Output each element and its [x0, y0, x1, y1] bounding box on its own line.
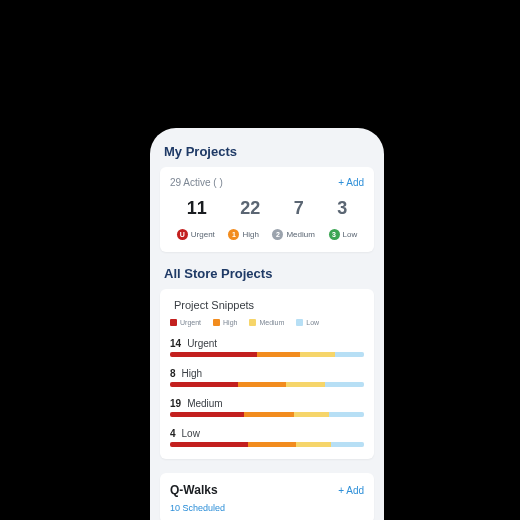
my-projects-title: My Projects [160, 144, 374, 167]
seg-low [325, 382, 364, 387]
label-urgent: U Urgent [177, 229, 215, 240]
legend-medium: Medium [249, 319, 284, 326]
seg-med [296, 442, 331, 447]
bar-high[interactable] [170, 382, 364, 387]
count-high[interactable]: 22 [240, 198, 260, 219]
app-screen: My Projects 29 Active ( ) + Add 11 22 7 … [150, 128, 384, 520]
bar-high-count: 8 [170, 368, 176, 379]
bar-low[interactable] [170, 442, 364, 447]
my-projects-header: 29 Active ( ) + Add [170, 177, 364, 188]
bar-medium-label: 19Medium [170, 398, 364, 409]
add-qwalk-button[interactable]: + Add [338, 485, 364, 496]
seg-high [257, 352, 300, 357]
seg-high [244, 412, 294, 417]
bar-low-row: 4Low [170, 428, 364, 447]
seg-urgent [170, 442, 248, 447]
count-low[interactable]: 3 [337, 198, 347, 219]
label-low-text: Low [343, 230, 358, 239]
bar-high-row: 8High [170, 368, 364, 387]
add-project-button[interactable]: + Add [338, 177, 364, 188]
bar-medium-row: 19Medium [170, 398, 364, 417]
bar-urgent-count: 14 [170, 338, 181, 349]
count-urgent[interactable]: 11 [187, 198, 207, 219]
bar-low-text: Low [182, 428, 200, 439]
snippets-label: Project Snippets [170, 299, 364, 319]
legend-medium-text: Medium [259, 319, 284, 326]
bar-medium[interactable] [170, 412, 364, 417]
legend-urgent: Urgent [170, 319, 201, 326]
seg-low [335, 352, 364, 357]
high-badge-icon: 1 [228, 229, 239, 240]
label-low: 3 Low [329, 229, 358, 240]
legend-urgent-text: Urgent [180, 319, 201, 326]
label-high-text: High [242, 230, 258, 239]
low-badge-icon: 3 [329, 229, 340, 240]
all-store-title: All Store Projects [160, 266, 374, 289]
swatch-medium-icon [249, 319, 256, 326]
label-high: 1 High [228, 229, 258, 240]
legend-low: Low [296, 319, 319, 326]
seg-med [300, 352, 335, 357]
bar-urgent-label: 14Urgent [170, 338, 364, 349]
qwalks-title: Q-Walks [170, 483, 218, 497]
seg-urgent [170, 382, 238, 387]
seg-low [331, 442, 364, 447]
seg-med [294, 412, 329, 417]
swatch-low-icon [296, 319, 303, 326]
bar-low-label: 4Low [170, 428, 364, 439]
label-medium: 2 Medium [272, 229, 314, 240]
seg-med [286, 382, 325, 387]
bar-urgent-row: 14Urgent [170, 338, 364, 357]
legend-high-text: High [223, 319, 237, 326]
swatch-high-icon [213, 319, 220, 326]
seg-urgent [170, 412, 244, 417]
count-medium[interactable]: 7 [294, 198, 304, 219]
seg-low [329, 412, 364, 417]
bar-medium-count: 19 [170, 398, 181, 409]
bar-low-count: 4 [170, 428, 176, 439]
legend: Urgent High Medium Low [170, 319, 364, 326]
counts-row: 11 22 7 3 [170, 198, 364, 219]
legend-low-text: Low [306, 319, 319, 326]
labels-row: U Urgent 1 High 2 Medium 3 Low [170, 229, 364, 240]
seg-high [248, 442, 297, 447]
active-count: 29 Active ( ) [170, 177, 223, 188]
label-urgent-text: Urgent [191, 230, 215, 239]
legend-high: High [213, 319, 237, 326]
qwalks-card: Q-Walks + Add 10 Scheduled [160, 473, 374, 520]
qwalks-header: Q-Walks + Add [170, 483, 364, 497]
bar-high-text: High [182, 368, 203, 379]
medium-badge-icon: 2 [272, 229, 283, 240]
bar-high-label: 8High [170, 368, 364, 379]
snippets-card: Project Snippets Urgent High Medium Low … [160, 289, 374, 459]
bar-urgent[interactable] [170, 352, 364, 357]
my-projects-card: 29 Active ( ) + Add 11 22 7 3 U Urgent 1… [160, 167, 374, 252]
swatch-urgent-icon [170, 319, 177, 326]
urgent-badge-icon: U [177, 229, 188, 240]
seg-high [238, 382, 287, 387]
label-medium-text: Medium [286, 230, 314, 239]
bar-medium-text: Medium [187, 398, 223, 409]
seg-urgent [170, 352, 257, 357]
qwalks-scheduled[interactable]: 10 Scheduled [170, 503, 364, 513]
bar-urgent-text: Urgent [187, 338, 217, 349]
